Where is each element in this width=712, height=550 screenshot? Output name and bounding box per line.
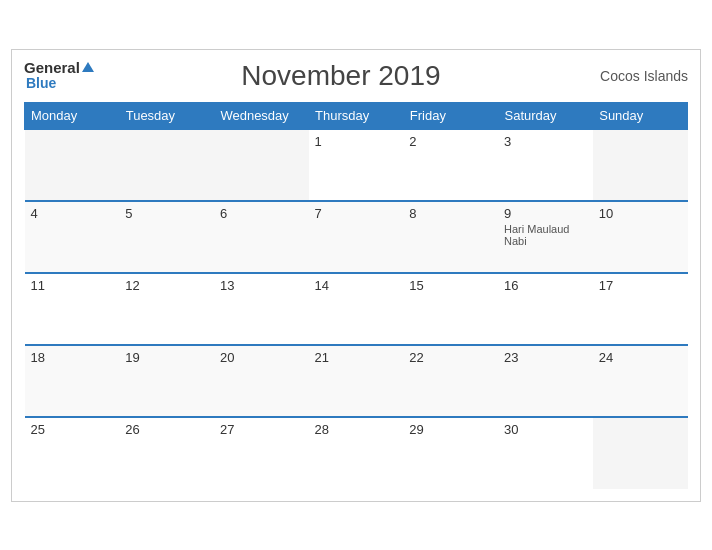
day-number: 1 [315,134,398,149]
day-number: 15 [409,278,492,293]
day-number: 12 [125,278,208,293]
calendar-day-cell [214,129,309,201]
day-number: 22 [409,350,492,365]
calendar-day-cell: 11 [25,273,120,345]
calendar-week-row: 18192021222324 [25,345,688,417]
calendar-day-cell: 14 [309,273,404,345]
calendar-day-cell: 10 [593,201,688,273]
day-number: 19 [125,350,208,365]
day-number: 11 [31,278,114,293]
calendar-day-cell: 24 [593,345,688,417]
calendar-week-row: 456789Hari Maulaud Nabi10 [25,201,688,273]
day-number: 20 [220,350,303,365]
calendar-header: General Blue November 2019 Cocos Islands [24,60,688,92]
weekday-header-monday: Monday [25,102,120,129]
calendar-day-cell: 27 [214,417,309,489]
day-number: 2 [409,134,492,149]
calendar-container: General Blue November 2019 Cocos Islands… [11,49,701,502]
calendar-day-cell: 18 [25,345,120,417]
day-number: 3 [504,134,587,149]
day-number: 7 [315,206,398,221]
day-number: 30 [504,422,587,437]
calendar-day-cell: 20 [214,345,309,417]
calendar-day-cell: 8 [403,201,498,273]
calendar-day-cell: 2 [403,129,498,201]
calendar-day-cell [119,129,214,201]
day-number: 18 [31,350,114,365]
calendar-day-cell: 6 [214,201,309,273]
day-number: 27 [220,422,303,437]
calendar-day-cell: 25 [25,417,120,489]
logo-blue-text: Blue [26,76,94,91]
holiday-name: Hari Maulaud Nabi [504,223,587,247]
weekday-header-tuesday: Tuesday [119,102,214,129]
calendar-day-cell: 13 [214,273,309,345]
weekday-header-thursday: Thursday [309,102,404,129]
logo: General Blue [24,60,94,92]
calendar-grid: MondayTuesdayWednesdayThursdayFridaySatu… [24,102,688,489]
calendar-week-row: 252627282930 [25,417,688,489]
day-number: 5 [125,206,208,221]
weekday-header-friday: Friday [403,102,498,129]
day-number: 16 [504,278,587,293]
calendar-day-cell [25,129,120,201]
calendar-day-cell: 19 [119,345,214,417]
day-number: 9 [504,206,587,221]
calendar-region: Cocos Islands [588,68,688,84]
weekday-header-sunday: Sunday [593,102,688,129]
calendar-day-cell: 30 [498,417,593,489]
logo-triangle-icon [82,62,94,72]
calendar-day-cell: 12 [119,273,214,345]
calendar-day-cell: 21 [309,345,404,417]
weekday-header-saturday: Saturday [498,102,593,129]
calendar-day-cell: 23 [498,345,593,417]
calendar-day-cell: 15 [403,273,498,345]
day-number: 10 [599,206,682,221]
day-number: 6 [220,206,303,221]
calendar-day-cell: 29 [403,417,498,489]
day-number: 23 [504,350,587,365]
calendar-title: November 2019 [94,60,588,92]
logo-general: General [24,60,94,77]
calendar-day-cell: 22 [403,345,498,417]
day-number: 14 [315,278,398,293]
calendar-day-cell: 17 [593,273,688,345]
day-number: 26 [125,422,208,437]
day-number: 13 [220,278,303,293]
calendar-day-cell [593,417,688,489]
day-number: 17 [599,278,682,293]
day-number: 21 [315,350,398,365]
calendar-day-cell: 5 [119,201,214,273]
day-number: 25 [31,422,114,437]
calendar-day-cell: 4 [25,201,120,273]
calendar-day-cell [593,129,688,201]
calendar-day-cell: 9Hari Maulaud Nabi [498,201,593,273]
weekday-header-row: MondayTuesdayWednesdayThursdayFridaySatu… [25,102,688,129]
weekday-header-wednesday: Wednesday [214,102,309,129]
day-number: 29 [409,422,492,437]
day-number: 28 [315,422,398,437]
day-number: 4 [31,206,114,221]
calendar-day-cell: 16 [498,273,593,345]
calendar-day-cell: 28 [309,417,404,489]
day-number: 24 [599,350,682,365]
calendar-week-row: 123 [25,129,688,201]
day-number: 8 [409,206,492,221]
calendar-day-cell: 26 [119,417,214,489]
calendar-day-cell: 3 [498,129,593,201]
calendar-day-cell: 7 [309,201,404,273]
calendar-week-row: 11121314151617 [25,273,688,345]
logo-general-text: General [24,60,80,77]
calendar-day-cell: 1 [309,129,404,201]
